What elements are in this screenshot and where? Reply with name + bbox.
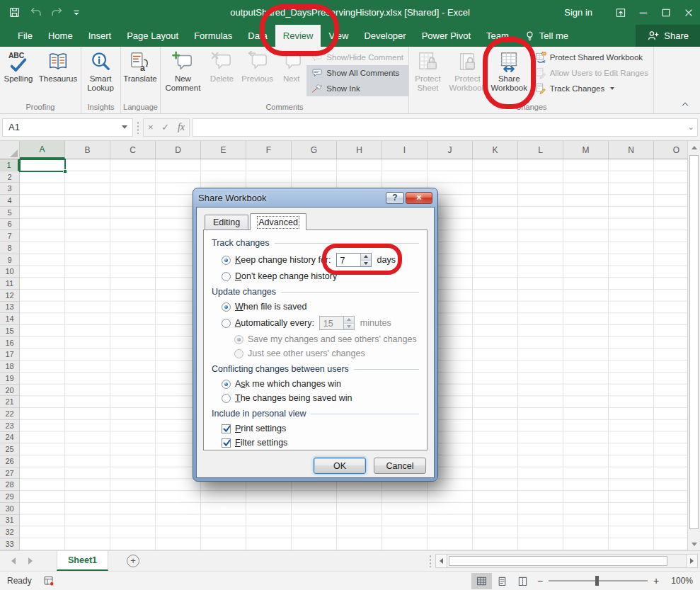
row-header-22[interactable]: 22 — [0, 408, 19, 420]
spin-up-icon[interactable] — [361, 254, 371, 261]
radio-button-checked[interactable] — [222, 302, 231, 312]
vertical-scroll-thumb[interactable] — [689, 155, 699, 529]
tab-developer[interactable]: Developer — [356, 25, 413, 47]
horizontal-scroll-track[interactable] — [447, 554, 686, 568]
dialog-titlebar[interactable]: Share Workbook ? × — [193, 188, 437, 207]
ribbon-display-options-button[interactable] — [609, 0, 632, 25]
row-header-11[interactable]: 11 — [0, 278, 19, 290]
row-header-4[interactable]: 4 — [0, 195, 19, 207]
dialog-tab-advanced[interactable]: Advanced — [250, 213, 306, 230]
scroll-down-icon[interactable] — [692, 543, 697, 546]
column-header-n[interactable]: N — [609, 141, 654, 159]
sign-in-link[interactable]: Sign in — [564, 7, 592, 18]
column-header-e[interactable]: E — [201, 141, 246, 159]
next-sheet-icon[interactable] — [28, 557, 33, 565]
row-header-32[interactable]: 32 — [0, 526, 19, 538]
expand-formula-bar-icon[interactable]: ⌄ — [684, 121, 697, 134]
insert-function-icon[interactable]: fx — [178, 122, 185, 133]
dont-keep-history-radio[interactable]: Don't keep change history — [222, 269, 420, 283]
row-header-26[interactable]: 26 — [0, 455, 19, 467]
column-header-l[interactable]: L — [518, 141, 563, 159]
ribbon-track-changes[interactable]: Track Changes — [530, 81, 653, 96]
row-header-29[interactable]: 29 — [0, 491, 19, 503]
row-header-12[interactable]: 12 — [0, 290, 19, 302]
radio-button-checked[interactable] — [222, 380, 231, 389]
ask-me-radio[interactable]: Ask me which changes win — [222, 377, 420, 391]
page-layout-view-button[interactable] — [492, 573, 512, 589]
ok-button[interactable]: OK — [314, 458, 366, 474]
changes-saved-win-radio[interactable]: The changes being saved win — [222, 391, 420, 405]
row-header-27[interactable]: 27 — [0, 467, 19, 480]
row-header-24[interactable]: 24 — [0, 432, 19, 444]
active-cell-a1[interactable] — [19, 159, 66, 172]
row-header-30[interactable]: 30 — [0, 503, 19, 515]
ribbon-show-all-comments[interactable]: Show All Comments — [306, 65, 408, 81]
share-button[interactable]: Share — [636, 25, 700, 47]
scroll-up-icon[interactable] — [688, 141, 700, 154]
row-header-3[interactable]: 3 — [0, 183, 19, 195]
radio-button[interactable] — [222, 394, 231, 403]
spin-down-icon[interactable] — [361, 261, 371, 267]
minimize-button[interactable] — [632, 0, 655, 25]
row-header-20[interactable]: 20 — [0, 385, 19, 397]
radio-button-checked[interactable] — [222, 256, 231, 265]
select-all-corner[interactable] — [0, 141, 20, 159]
dialog-help-button[interactable]: ? — [386, 192, 404, 204]
column-header-d[interactable]: D — [156, 141, 201, 159]
radio-button[interactable] — [222, 319, 231, 328]
formula-input[interactable]: ⌄ — [193, 118, 698, 137]
when-file-saved-radio[interactable]: When file is saved — [222, 300, 420, 314]
zoom-out-icon[interactable]: − — [533, 575, 547, 586]
row-header-18[interactable]: 18 — [0, 361, 19, 373]
close-button[interactable] — [677, 0, 700, 25]
column-header-a[interactable]: A — [20, 141, 65, 159]
dialog-tab-editing[interactable]: Editing — [205, 215, 248, 229]
vertical-scrollbar[interactable] — [687, 141, 700, 550]
tab-file[interactable]: File — [10, 25, 40, 47]
ribbon-thesaurus[interactable]: Thesaurus — [38, 47, 79, 101]
row-header-8[interactable]: 8 — [0, 242, 19, 254]
checkbox-checked[interactable] — [222, 438, 231, 448]
customize-qat-icon[interactable] — [72, 8, 81, 17]
tab-power-pivot[interactable]: Power Pivot — [414, 25, 478, 47]
ribbon-protect-shared-workbook[interactable]: Protect Shared Workbook — [530, 50, 653, 65]
dialog-close-button[interactable]: × — [406, 192, 432, 204]
column-header-g[interactable]: G — [292, 141, 337, 159]
redo-icon[interactable] — [51, 6, 63, 18]
row-header-31[interactable]: 31 — [0, 515, 19, 527]
radio-button[interactable] — [222, 272, 231, 281]
ribbon-new-comment[interactable]: New Comment — [161, 47, 205, 101]
scroll-right-icon[interactable] — [686, 554, 698, 568]
tab-home[interactable]: Home — [40, 25, 81, 47]
row-header-2[interactable]: 2 — [0, 171, 19, 183]
tab-team[interactable]: Team — [478, 25, 517, 47]
prev-sheet-icon[interactable] — [11, 557, 16, 565]
zoom-slider[interactable] — [549, 580, 648, 582]
scroll-left-icon[interactable] — [435, 554, 447, 568]
name-box-dropdown-icon[interactable] — [122, 125, 127, 129]
column-header-j[interactable]: J — [428, 141, 473, 159]
column-header-h[interactable]: H — [337, 141, 382, 159]
print-settings-checkbox[interactable]: Print settings — [222, 421, 420, 436]
sheet-tab-sheet1[interactable]: Sheet1 — [57, 551, 108, 571]
fill-handle[interactable] — [63, 169, 67, 174]
horizontal-scrollbar[interactable] — [425, 551, 700, 571]
ribbon-share-workbook[interactable]: Share Workbook — [489, 47, 529, 101]
row-header-19[interactable]: 19 — [0, 373, 19, 385]
maximize-button[interactable] — [655, 0, 677, 25]
tab-formulas[interactable]: Formulas — [186, 25, 240, 47]
ribbon-show-ink[interactable]: Show Ink — [306, 81, 408, 96]
name-box[interactable]: A1 — [2, 118, 133, 137]
row-header-14[interactable]: 14 — [0, 313, 19, 325]
row-header-25[interactable]: 25 — [0, 443, 19, 455]
horizontal-scroll-thumb[interactable] — [449, 556, 667, 566]
tab-tell-me[interactable]: Tell me — [517, 25, 576, 47]
row-header-9[interactable]: 9 — [0, 254, 19, 266]
cancel-formula-icon[interactable]: × — [148, 122, 154, 132]
row-header-10[interactable]: 10 — [0, 266, 19, 278]
tab-view[interactable]: View — [321, 25, 356, 47]
row-header-7[interactable]: 7 — [0, 230, 19, 242]
tab-insert[interactable]: Insert — [81, 25, 120, 47]
row-header-33[interactable]: 33 — [0, 538, 19, 550]
tab-review[interactable]: Review — [275, 25, 321, 47]
